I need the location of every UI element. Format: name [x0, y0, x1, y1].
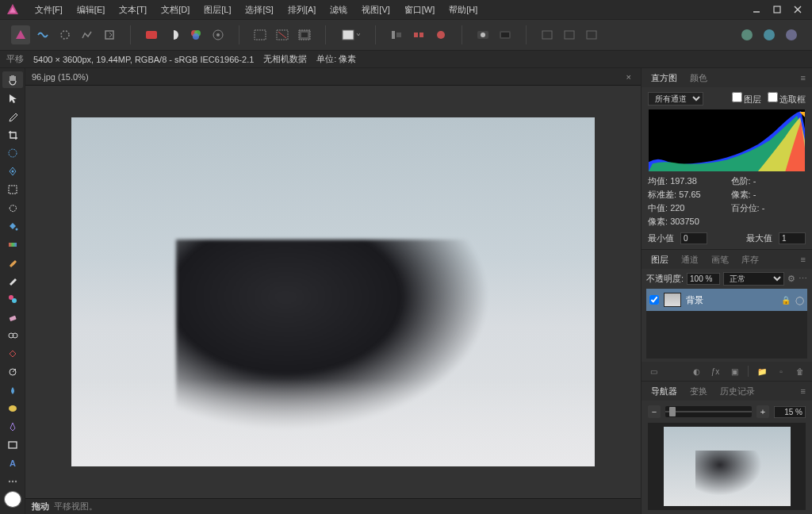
tab-color[interactable]: 颜色: [687, 71, 710, 86]
tab-brushes[interactable]: 画笔: [708, 252, 732, 267]
layer-fx-icon[interactable]: ƒx: [708, 364, 722, 378]
persona-photo[interactable]: [11, 25, 30, 44]
tool-blur[interactable]: [2, 382, 23, 398]
layer-item-background[interactable]: 背景 🔒 ◯: [646, 289, 807, 311]
tool-dodge[interactable]: [2, 363, 23, 380]
menu-arrange[interactable]: 排列[A]: [282, 2, 322, 18]
btn-select-all[interactable]: [251, 25, 270, 44]
tool-flood-select[interactable]: [2, 163, 23, 179]
menu-help[interactable]: 帮助[H]: [442, 2, 484, 18]
menu-select[interactable]: 选择[S]: [239, 2, 279, 18]
layer-name[interactable]: 背景: [686, 294, 776, 306]
tab-history[interactable]: 历史记录: [717, 384, 758, 399]
check-selection[interactable]: 选取框: [768, 92, 806, 105]
tab-channels[interactable]: 通道: [678, 252, 702, 267]
document-tab-close[interactable]: ×: [623, 72, 634, 82]
tool-more[interactable]: [2, 473, 23, 489]
layer-adjustment-icon[interactable]: ◐: [689, 364, 703, 378]
persona-export[interactable]: [100, 25, 119, 44]
tool-gradient[interactable]: [2, 236, 23, 252]
layer-mask-icon[interactable]: ▭: [646, 364, 661, 378]
foreground-color-swatch[interactable]: [4, 491, 21, 508]
menu-layer[interactable]: 图层[L]: [197, 2, 237, 18]
check-layer[interactable]: 图层: [732, 92, 761, 105]
blend-mode-select[interactable]: 正常: [723, 272, 784, 286]
menu-view[interactable]: 视图[V]: [355, 2, 396, 18]
btn-arrange-center[interactable]: [409, 25, 428, 44]
btn-auto-white-balance[interactable]: [209, 25, 228, 44]
tab-layers[interactable]: 图层: [648, 252, 672, 267]
menu-document[interactable]: 文档[D]: [155, 2, 196, 18]
btn-quick-mask[interactable]: [473, 25, 492, 44]
tool-freehand-selection[interactable]: [2, 199, 23, 216]
btn-auto-contrast[interactable]: [164, 25, 183, 44]
layer-add-icon[interactable]: ▫: [774, 364, 788, 378]
persona-tone-mapping[interactable]: [78, 25, 97, 44]
btn-invert-selection[interactable]: [295, 25, 314, 44]
menu-text[interactable]: 文本[T]: [113, 2, 153, 18]
layer-more-icon[interactable]: ⋯: [799, 274, 807, 284]
navigator-preview[interactable]: [648, 423, 806, 510]
btn-account-3[interactable]: [782, 25, 801, 44]
opacity-input[interactable]: [687, 273, 720, 285]
btn-account-2[interactable]: [760, 25, 779, 44]
tool-marquee[interactable]: [2, 181, 23, 198]
persona-liquify[interactable]: [33, 25, 52, 44]
tool-move[interactable]: [2, 90, 23, 106]
btn-account-1[interactable]: [737, 25, 756, 44]
min-input[interactable]: [680, 232, 707, 244]
unit-value[interactable]: 像素: [339, 54, 356, 63]
layer-link-icon[interactable]: ◯: [795, 296, 804, 305]
tool-flood-fill[interactable]: [2, 217, 23, 234]
tab-navigator[interactable]: 导航器: [648, 384, 680, 399]
menu-edit[interactable]: 编辑[E]: [71, 2, 111, 18]
layer-visibility-checkbox[interactable]: [649, 295, 659, 305]
tool-paint-mixer[interactable]: [2, 290, 23, 307]
canvas-viewport[interactable]: [25, 86, 641, 498]
menu-file[interactable]: 文件[F]: [29, 2, 69, 18]
zoom-slider[interactable]: [665, 406, 752, 417]
histogram-menu-icon[interactable]: ≡: [801, 73, 806, 82]
dropdown-crop-ratio[interactable]: [337, 25, 364, 44]
persona-develop[interactable]: [56, 25, 75, 44]
tool-sponge[interactable]: [2, 400, 23, 416]
btn-arrange-right[interactable]: [431, 25, 450, 44]
btn-deselect[interactable]: [273, 25, 292, 44]
tool-color-picker[interactable]: [2, 108, 23, 125]
menu-window[interactable]: 窗口[W]: [398, 2, 442, 18]
tool-erase[interactable]: [2, 309, 23, 325]
window-maximize[interactable]: [768, 2, 787, 17]
btn-assistant-2[interactable]: [560, 25, 579, 44]
tool-pixel[interactable]: [2, 272, 23, 289]
tool-rectangle[interactable]: [2, 436, 23, 453]
navigator-menu-icon[interactable]: ≡: [801, 386, 806, 396]
window-close[interactable]: [788, 2, 807, 17]
zoom-in-button[interactable]: +: [756, 405, 769, 418]
layer-delete-icon[interactable]: 🗑: [793, 364, 807, 378]
max-input[interactable]: [779, 232, 806, 244]
btn-auto-levels[interactable]: [142, 25, 161, 44]
tab-histogram[interactable]: 直方图: [648, 71, 680, 86]
layer-settings-icon[interactable]: ⚙: [787, 274, 795, 284]
tool-crop[interactable]: [2, 126, 23, 143]
tool-pen[interactable]: [2, 418, 23, 435]
btn-arrange-left[interactable]: [387, 25, 406, 44]
btn-assistant-3[interactable]: [582, 25, 601, 44]
window-minimize[interactable]: [747, 2, 766, 17]
zoom-out-button[interactable]: −: [648, 405, 661, 418]
tool-text[interactable]: A: [2, 455, 23, 471]
btn-auto-colors[interactable]: [186, 25, 205, 44]
layers-menu-icon[interactable]: ≡: [801, 255, 806, 264]
zoom-input[interactable]: [774, 406, 806, 418]
tool-clone[interactable]: [2, 327, 23, 343]
tool-selection-brush[interactable]: [2, 144, 23, 161]
btn-toggle-ui[interactable]: [496, 25, 515, 44]
layer-group-icon[interactable]: 📁: [755, 364, 769, 378]
tool-inpainting[interactable]: [2, 345, 23, 362]
histogram-channel-select[interactable]: 所有通道: [648, 92, 703, 105]
layer-lock-icon[interactable]: 🔒: [781, 296, 791, 305]
btn-assistant-1[interactable]: [538, 25, 557, 44]
document-tab-title[interactable]: 96.jpg (15.0%): [32, 72, 623, 82]
tool-view-hand[interactable]: [2, 71, 23, 88]
menu-filter[interactable]: 滤镜: [324, 2, 354, 18]
